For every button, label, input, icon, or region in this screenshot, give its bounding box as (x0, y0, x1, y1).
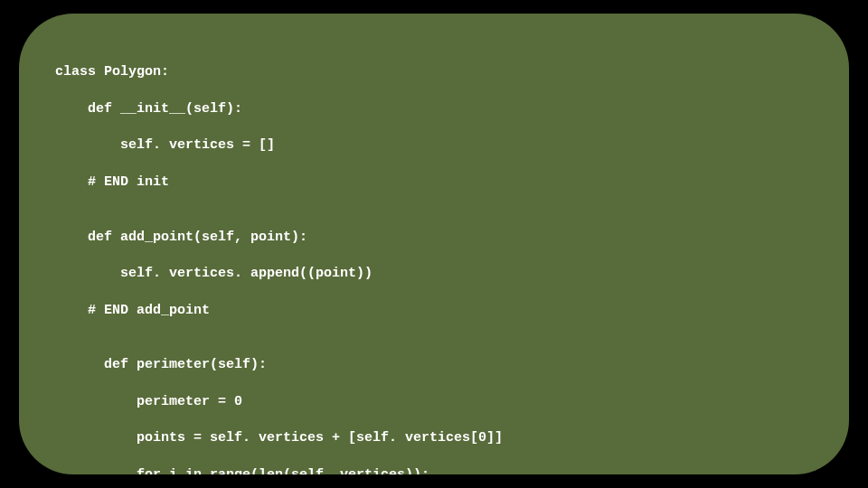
code-line: def __init__(self): (55, 100, 813, 118)
code-line: class Polygon: (55, 63, 813, 81)
code-line: perimeter = 0 (55, 393, 813, 411)
code-line: for i in range(len(self. vertices)): (55, 466, 813, 474)
code-line: self. vertices. append((point)) (55, 265, 813, 283)
code-line: self. vertices = [] (55, 136, 813, 155)
code-slide: class Polygon: def __init__(self): self.… (19, 14, 849, 474)
code-line: def perimeter(self): (55, 356, 813, 374)
code-line: # END add_point (55, 302, 813, 320)
code-line: points = self. vertices + [self. vertice… (55, 429, 813, 447)
code-line: def add_point(self, point): (55, 229, 813, 247)
code-line: # END init (55, 174, 813, 192)
